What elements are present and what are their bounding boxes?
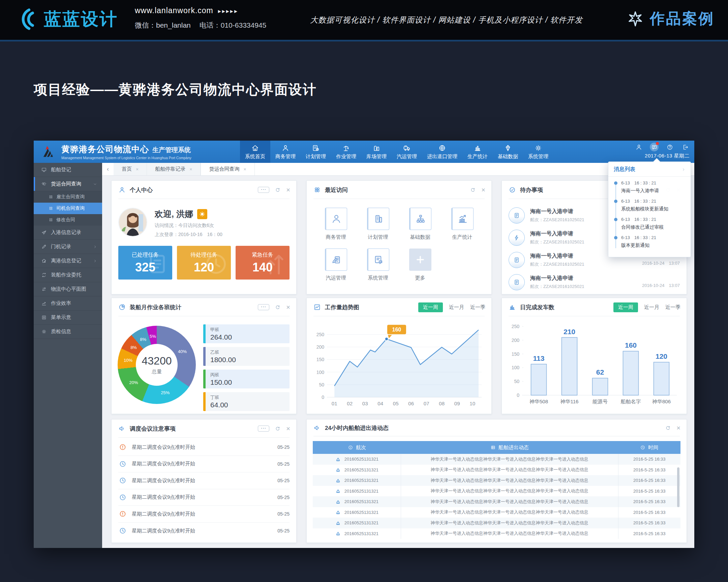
- utility-icon[interactable]: [681, 143, 690, 151]
- shortcut-tile[interactable]: 基础数据: [399, 208, 441, 241]
- meeting-item[interactable]: 星期二调度会议9点准时开始 05-25: [118, 456, 289, 473]
- close-tab-icon[interactable]: [189, 167, 192, 172]
- meeting-item[interactable]: 星期二调度会议9点准时开始 05-25: [118, 439, 289, 456]
- message-item[interactable]: 6-13 16 : 33 : 21 系统船舶模块更新通知: [613, 198, 686, 217]
- nav-item[interactable]: 商务管理: [270, 141, 301, 163]
- range-pill[interactable]: 近一周: [418, 302, 443, 312]
- table-row[interactable]: 20160525131321 神华天津一号进入动态信息神华天津一号进入动态信息神…: [313, 454, 680, 465]
- svg-text:250: 250: [316, 332, 324, 337]
- nav-item[interactable]: 库场管理: [361, 141, 392, 163]
- card-title: 24小时内船舶进出港动态: [325, 424, 389, 432]
- sidebar-item[interactable]: 修改合同: [34, 214, 102, 226]
- shortcut-tile[interactable]: 生产统计: [441, 208, 483, 241]
- close-icon[interactable]: [481, 186, 485, 193]
- table-row[interactable]: 20160525131321 神华天津一号进入动态信息神华天津一号进入动态信息神…: [313, 465, 680, 476]
- nav-item[interactable]: 进出道口管理: [422, 141, 462, 163]
- nav-item[interactable]: 基础数据: [493, 141, 523, 163]
- svg-text:160: 160: [392, 327, 401, 332]
- shortcut-tile[interactable]: 系统管理: [357, 249, 399, 281]
- refresh-icon[interactable]: [275, 187, 281, 193]
- todo-item[interactable]: 海南一号入港申请 船次：ZZASE20161025021 2016-10-24 …: [509, 271, 680, 293]
- range-pill[interactable]: 近一月: [449, 304, 464, 310]
- sidebar-item[interactable]: 货运合同查询: [34, 177, 102, 191]
- tab[interactable]: 货运合同查询: [201, 163, 255, 175]
- sidebar-item[interactable]: 雇主合同查询: [34, 191, 102, 203]
- table-row[interactable]: 20160525131321 神华天津一号进入动态信息神华天津一号进入动态信息神…: [313, 528, 680, 539]
- sidebar-item[interactable]: 作业效率: [34, 296, 102, 310]
- close-tab-icon[interactable]: [136, 167, 138, 172]
- sidebar-item[interactable]: 入港信息记录: [34, 226, 102, 240]
- line-chart-icon: [313, 303, 321, 311]
- crane-icon: [342, 144, 350, 152]
- range-pill[interactable]: 近一周: [614, 302, 638, 312]
- sidebar-item[interactable]: 菜单示意: [34, 310, 102, 325]
- tab[interactable]: 船舶停靠记录: [147, 163, 201, 175]
- svg-text:210: 210: [564, 328, 575, 335]
- close-icon[interactable]: [286, 186, 290, 193]
- shortcut-tile[interactable]: 更多: [399, 249, 441, 281]
- sidebar-item[interactable]: 质检信息: [34, 325, 102, 339]
- shortcut-tile[interactable]: 汽运管理: [315, 249, 357, 281]
- close-tab-icon[interactable]: [243, 167, 246, 172]
- refresh-icon[interactable]: [665, 425, 671, 431]
- sidebar-item[interactable]: 司机合同查询: [34, 203, 102, 214]
- range-pill[interactable]: 近一季: [470, 304, 485, 310]
- meeting-item[interactable]: 星期二调度会议9点准时开始 05-25: [118, 506, 289, 523]
- nav-item[interactable]: 系统首页: [240, 141, 270, 163]
- app-name: 黄骅港务公司物流中心: [61, 144, 149, 155]
- refresh-icon[interactable]: [275, 426, 281, 432]
- shipping-table: 航次 船舶进出动态 时间 20160525131321 神华天津一号进入动态信息…: [313, 441, 680, 539]
- table-row[interactable]: 20160525131321 神华天津一号进入动态信息神华天津一号进入动态信息神…: [313, 517, 680, 528]
- close-icon[interactable]: [676, 425, 680, 431]
- table-row[interactable]: 20160525131321 神华天津一号进入动态信息神华天津一号进入动态信息神…: [313, 496, 680, 507]
- sidebar-item[interactable]: 船舶登记: [34, 163, 102, 177]
- refresh-icon[interactable]: [275, 304, 281, 310]
- meeting-item[interactable]: 星期二调度会议9点准时开始 05-25: [118, 489, 289, 506]
- tab-scroll-left[interactable]: [102, 163, 113, 175]
- close-icon[interactable]: [286, 304, 290, 310]
- utility-icon[interactable]: [665, 143, 674, 151]
- utility-icon[interactable]: [650, 143, 658, 151]
- card-title: 工作量趋势图: [325, 303, 359, 311]
- sidebar-item[interactable]: 门机记录: [34, 240, 102, 254]
- table-row[interactable]: 20160525131321 神华天津一号进入动态信息神华天津一号进入动态信息神…: [313, 507, 680, 518]
- more-icon[interactable]: [258, 426, 269, 432]
- home-icon: [251, 144, 259, 152]
- nav-item[interactable]: 汽运管理: [392, 141, 422, 163]
- svg-text:160: 160: [625, 341, 637, 349]
- range-pill[interactable]: 近一月: [644, 304, 659, 310]
- website-url[interactable]: www.lanlanwork.com▸▸▸▸▸: [135, 6, 266, 15]
- clock-icon: [119, 477, 127, 485]
- refresh-icon[interactable]: [470, 187, 476, 193]
- card-title: 个人中心: [130, 186, 153, 194]
- stat-box[interactable]: 已处理任务 325: [118, 246, 172, 280]
- meeting-item[interactable]: 星期二调度会议9点准时开始 05-25: [118, 523, 289, 539]
- utility-icon[interactable]: [634, 143, 643, 151]
- nav-item[interactable]: 系统管理: [523, 141, 553, 163]
- range-pill[interactable]: 近一季: [665, 304, 680, 310]
- sidebar-item[interactable]: 装船作业委托: [34, 268, 102, 282]
- more-icon[interactable]: [258, 304, 269, 310]
- sidebar-item[interactable]: 物流中心平面图: [34, 282, 102, 296]
- meeting-item[interactable]: 星期二调度会议9点准时开始 05-25: [118, 473, 289, 489]
- stat-box[interactable]: 待处理任务 120: [177, 246, 231, 280]
- table-row[interactable]: 20160525131321 神华天津一号进入动态信息神华天津一号进入动态信息神…: [313, 475, 680, 486]
- tab[interactable]: 首页: [113, 163, 147, 175]
- nav-item[interactable]: 生产统计: [462, 141, 493, 163]
- chevron-right-icon[interactable]: [681, 167, 686, 172]
- nav-item[interactable]: 作业管理: [331, 141, 361, 163]
- more-icon[interactable]: [258, 187, 269, 193]
- message-item[interactable]: 6-13 16 : 33 : 21 合同修改已通过审核: [613, 217, 686, 235]
- table-row[interactable]: 20160525131321 神华天津一号进入动态信息神华天津一号进入动态信息神…: [313, 486, 680, 497]
- message-item[interactable]: 6-13 16 : 33 : 21 海南一号入港申请: [613, 180, 686, 198]
- svg-text:07: 07: [424, 401, 430, 406]
- message-item[interactable]: 6-13 16 : 33 : 21 版本更新通知: [613, 235, 686, 253]
- close-icon[interactable]: [286, 425, 290, 432]
- nav-item[interactable]: 计划管理: [301, 141, 331, 163]
- sidebar-item[interactable]: 离港信息登记: [34, 254, 102, 268]
- stat-box[interactable]: 紧急任务 140: [236, 246, 289, 280]
- clock-icon: [640, 445, 645, 450]
- shortcut-tile[interactable]: 商务管理: [315, 208, 357, 241]
- scrollbar[interactable]: [677, 467, 679, 507]
- shortcut-tile[interactable]: 计划管理: [357, 208, 399, 241]
